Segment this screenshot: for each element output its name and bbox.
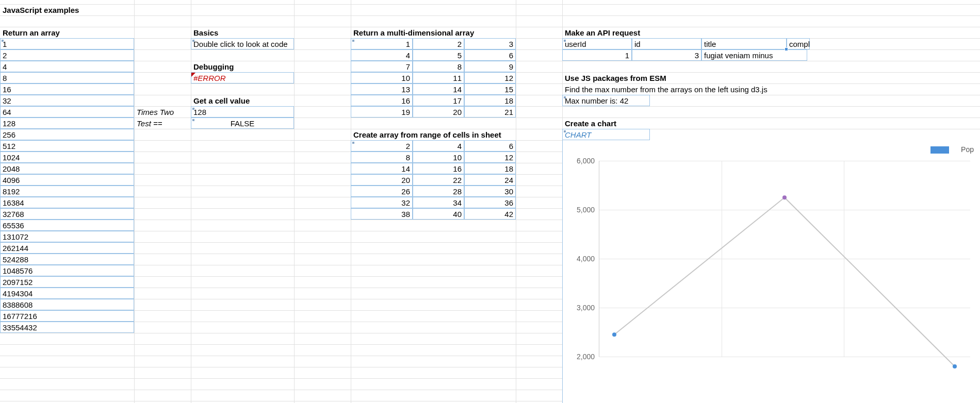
array-cell[interactable]: 1048576 bbox=[0, 265, 134, 276]
array-cell[interactable]: 8 bbox=[0, 72, 134, 83]
multidim-cell[interactable]: 7 bbox=[351, 61, 413, 72]
api-header-cell[interactable]: title bbox=[701, 38, 787, 49]
array-cell[interactable]: 8192 bbox=[0, 186, 134, 197]
rangearray-cell[interactable]: 24 bbox=[464, 174, 516, 186]
multidim-cell[interactable]: 4 bbox=[351, 49, 413, 61]
get-cell-value[interactable]: 128 bbox=[191, 106, 294, 117]
array-cell[interactable]: 1024 bbox=[0, 152, 134, 163]
array-cell[interactable]: 1 bbox=[0, 38, 134, 49]
rangearray-cell[interactable]: 38 bbox=[351, 208, 413, 220]
rangearray-cell[interactable]: 6 bbox=[464, 140, 516, 152]
array-cell[interactable]: 4194304 bbox=[0, 288, 134, 299]
array-cell[interactable]: 4096 bbox=[0, 174, 134, 186]
page-title: JavaScript examples bbox=[0, 4, 134, 15]
rangearray-cell[interactable]: 8 bbox=[351, 152, 413, 163]
multidim-cell[interactable]: 2 bbox=[413, 38, 464, 49]
multidim-cell[interactable]: 3 bbox=[464, 38, 516, 49]
multidim-cell[interactable]: 9 bbox=[464, 61, 516, 72]
rangearray-cell[interactable]: 20 bbox=[351, 174, 413, 186]
api-header-cell[interactable]: userId bbox=[562, 38, 632, 49]
array-cell[interactable]: 16384 bbox=[0, 197, 134, 208]
multidim-cell[interactable]: 11 bbox=[413, 72, 464, 83]
heading-create-chart: Create a chart bbox=[562, 117, 665, 129]
array-cell[interactable]: 4 bbox=[0, 61, 134, 72]
spreadsheet-grid[interactable]: JavaScript examplesReturn an arrayBasics… bbox=[0, 0, 980, 403]
array-cell[interactable]: 65536 bbox=[0, 220, 134, 231]
array-cell[interactable]: 16 bbox=[0, 83, 134, 95]
array-cell[interactable]: 64 bbox=[0, 106, 134, 117]
multidim-cell[interactable]: 19 bbox=[351, 106, 413, 117]
rangearray-cell[interactable]: 18 bbox=[464, 163, 516, 174]
multidim-cell[interactable]: 14 bbox=[413, 83, 464, 95]
rangearray-cell[interactable]: 34 bbox=[413, 197, 464, 208]
array-cell[interactable]: 262144 bbox=[0, 242, 134, 254]
heading-return-array: Return an array bbox=[0, 27, 134, 38]
rangearray-cell[interactable]: 10 bbox=[413, 152, 464, 163]
multidim-cell[interactable]: 20 bbox=[413, 106, 464, 117]
multidim-cell[interactable]: 1 bbox=[351, 38, 413, 49]
array-cell[interactable]: 16777216 bbox=[0, 310, 134, 322]
api-header-cell[interactable]: compl bbox=[787, 38, 810, 49]
rangearray-cell[interactable]: 2 bbox=[351, 140, 413, 152]
array-cell[interactable]: 32 bbox=[0, 95, 134, 106]
rangearray-cell[interactable]: 22 bbox=[413, 174, 464, 186]
api-data-cell[interactable]: fugiat veniam minus bbox=[701, 49, 807, 61]
multidim-cell[interactable]: 21 bbox=[464, 106, 516, 117]
array-cell[interactable]: 2048 bbox=[0, 163, 134, 174]
array-cell[interactable]: 32768 bbox=[0, 208, 134, 220]
api-header-cell[interactable]: id bbox=[632, 38, 701, 49]
error-cell[interactable]: #ERROR bbox=[191, 72, 294, 83]
rangearray-cell[interactable]: 4 bbox=[413, 140, 464, 152]
array-cell[interactable]: 8388608 bbox=[0, 299, 134, 310]
heading-basics: Basics bbox=[191, 27, 294, 38]
array-cell[interactable]: 524288 bbox=[0, 254, 134, 265]
multidim-cell[interactable]: 16 bbox=[351, 95, 413, 106]
rangearray-cell[interactable]: 14 bbox=[351, 163, 413, 174]
array-cell[interactable]: 131072 bbox=[0, 231, 134, 242]
label-times-two: Times Two bbox=[134, 106, 191, 117]
chart-placeholder-cell[interactable]: CHART bbox=[562, 129, 650, 140]
test-result-cell[interactable]: FALSE bbox=[191, 117, 294, 129]
esm-result-cell[interactable]: Max number is: 42 bbox=[562, 95, 650, 106]
array-cell[interactable]: 33554432 bbox=[0, 322, 134, 333]
rangearray-cell[interactable]: 12 bbox=[464, 152, 516, 163]
chart-point[interactable] bbox=[782, 195, 787, 199]
api-data-cell[interactable]: 3 bbox=[632, 49, 701, 61]
multidim-cell[interactable]: 5 bbox=[413, 49, 464, 61]
fill-handle[interactable] bbox=[785, 47, 788, 51]
rangearray-cell[interactable]: 28 bbox=[413, 186, 464, 197]
rangearray-cell[interactable]: 30 bbox=[464, 186, 516, 197]
chart-area[interactable]: Pop6,0005,0004,0003,0002,000 bbox=[562, 140, 980, 403]
label-test-eq: Test == bbox=[134, 117, 191, 129]
gridline bbox=[0, 4, 980, 5]
heading-range-array: Create array from range of cells in shee… bbox=[351, 129, 557, 140]
rangearray-cell[interactable]: 26 bbox=[351, 186, 413, 197]
esm-description: Find the max number from the arrays on t… bbox=[562, 83, 805, 95]
chart-svg bbox=[563, 140, 980, 403]
multidim-cell[interactable]: 18 bbox=[464, 95, 516, 106]
multidim-cell[interactable]: 17 bbox=[413, 95, 464, 106]
multidim-cell[interactable]: 6 bbox=[464, 49, 516, 61]
rangearray-cell[interactable]: 40 bbox=[413, 208, 464, 220]
heading-api-request: Make an API request bbox=[562, 27, 717, 38]
array-cell[interactable]: 512 bbox=[0, 140, 134, 152]
rangearray-cell[interactable]: 36 bbox=[464, 197, 516, 208]
basics-cell[interactable]: Double click to look at code bbox=[191, 38, 294, 49]
rangearray-cell[interactable]: 32 bbox=[351, 197, 413, 208]
chart-point[interactable] bbox=[612, 332, 616, 337]
multidim-cell[interactable]: 15 bbox=[464, 83, 516, 95]
multidim-cell[interactable]: 12 bbox=[464, 72, 516, 83]
multidim-cell[interactable]: 8 bbox=[413, 61, 464, 72]
multidim-cell[interactable]: 10 bbox=[351, 72, 413, 83]
api-data-cell[interactable]: 1 bbox=[562, 49, 632, 61]
rangearray-cell[interactable]: 16 bbox=[413, 163, 464, 174]
rangearray-cell[interactable]: 42 bbox=[464, 208, 516, 220]
heading-multidim: Return a multi-dimensional array bbox=[351, 27, 516, 38]
array-cell[interactable]: 2 bbox=[0, 49, 134, 61]
array-cell[interactable]: 128 bbox=[0, 117, 134, 129]
array-cell[interactable]: 2097152 bbox=[0, 276, 134, 288]
chart-point[interactable] bbox=[953, 364, 957, 368]
array-cell[interactable]: 256 bbox=[0, 129, 134, 140]
multidim-cell[interactable]: 13 bbox=[351, 83, 413, 95]
gridline bbox=[0, 15, 980, 16]
